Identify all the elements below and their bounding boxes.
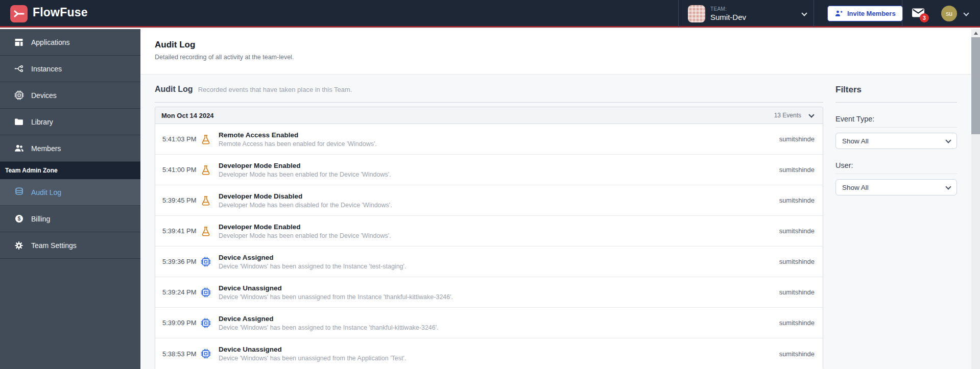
- flask-icon: [200, 164, 219, 176]
- sidebar-item-label: Instances: [31, 65, 62, 73]
- sidebar: Applications Instances Devices Library M…: [0, 29, 140, 369]
- event-title: Device Assigned: [219, 315, 779, 323]
- event-description: Device 'Windows' has been unassigned fro…: [219, 355, 779, 362]
- event-title: Developer Mode Enabled: [219, 223, 779, 231]
- audit-log-table: Mon Oct 14 2024 13 Events 5:41:03 PM Rem…: [155, 107, 823, 369]
- chevron-down-icon: [945, 184, 951, 189]
- filters-divider: [835, 102, 957, 103]
- sidebar-item-label: Devices: [31, 91, 57, 100]
- section-subtitle: Recorded events that have taken place in…: [198, 86, 352, 93]
- audit-log-page: FlowFuse TEAM: Sumit-Dev Invite Members …: [0, 0, 980, 369]
- page-title: Audit Log: [155, 40, 971, 50]
- event-title: Device Unassigned: [219, 346, 779, 353]
- chevron-down-icon: [945, 137, 951, 143]
- notification-badge: 3: [920, 13, 929, 22]
- event-description: Device 'Windows' has been assigned to th…: [219, 263, 779, 270]
- user-menu-chevron-icon[interactable]: [963, 10, 969, 16]
- scrollbar-thumb[interactable]: [971, 37, 980, 134]
- sidebar-item-instances[interactable]: Instances: [0, 56, 140, 82]
- users-icon: [13, 143, 25, 154]
- event-type-label: Event Type:: [835, 115, 957, 128]
- audit-log-row: 5:38:53 PM Device Unassigned Device 'Win…: [155, 338, 823, 369]
- applications-icon: [13, 37, 25, 48]
- flowfuse-logo[interactable]: [10, 5, 28, 22]
- event-time: 5:38:53 PM: [155, 350, 200, 358]
- top-header: FlowFuse TEAM: Sumit-Dev Invite Members …: [0, 0, 980, 28]
- sidebar-item-devices[interactable]: Devices: [0, 82, 140, 109]
- dollar-icon: [13, 213, 25, 225]
- sidebar-item-applications[interactable]: Applications: [0, 29, 140, 56]
- chip-icon: [200, 256, 219, 267]
- user-selected-value: Show All: [842, 184, 946, 191]
- invite-members-button[interactable]: Invite Members: [827, 6, 903, 21]
- date-group-header[interactable]: Mon Oct 14 2024 13 Events: [155, 107, 823, 124]
- sidebar-item-library[interactable]: Library: [0, 109, 140, 135]
- brand-name[interactable]: FlowFuse: [33, 6, 88, 19]
- event-description: Remote Access has been enabled for devic…: [219, 140, 779, 147]
- event-time: 5:39:36 PM: [155, 258, 200, 265]
- event-user: sumitshinde: [779, 319, 823, 327]
- event-description: Device 'Windows' has been unassigned fro…: [219, 293, 779, 301]
- flowfuse-logo-icon: [12, 7, 26, 20]
- team-avatar: [688, 5, 705, 22]
- header-divider: [814, 0, 814, 28]
- sidebar-item-label: Audit Log: [31, 188, 61, 196]
- event-time: 5:39:45 PM: [155, 196, 200, 204]
- gear-icon: [13, 240, 25, 251]
- sidebar-item-billing[interactable]: Billing: [0, 206, 140, 232]
- sidebar-item-label: Members: [31, 144, 61, 153]
- chip-icon: [200, 348, 219, 359]
- user-filter-label: User:: [835, 161, 957, 174]
- user-select[interactable]: Show All: [835, 179, 957, 195]
- events-count: 13 Events: [774, 112, 801, 119]
- section-divider: [155, 102, 823, 103]
- date-group-label: Mon Oct 14 2024: [161, 112, 774, 119]
- database-icon: [13, 187, 25, 198]
- chip-icon: [200, 317, 219, 329]
- flask-icon: [200, 226, 219, 237]
- sidebar-item-label: Applications: [31, 38, 70, 46]
- event-user: sumitshinde: [779, 135, 823, 143]
- chip-icon: [200, 287, 219, 298]
- scroll-up-button[interactable]: [971, 29, 980, 37]
- event-user: sumitshinde: [779, 196, 823, 204]
- event-user: sumitshinde: [779, 227, 823, 235]
- section-title: Audit Log: [155, 85, 193, 94]
- flask-icon: [200, 134, 219, 145]
- sidebar-item-team-settings[interactable]: Team Settings: [0, 232, 140, 259]
- person-plus-icon: [834, 9, 843, 18]
- event-description: Developer Mode has been enabled for the …: [219, 232, 779, 239]
- event-title: Device Assigned: [219, 254, 779, 261]
- event-time: 5:39:24 PM: [155, 288, 200, 296]
- audit-log-row: 5:39:24 PM Device Unassigned Device 'Win…: [155, 277, 823, 308]
- event-user: sumitshinde: [779, 288, 823, 296]
- sidebar-item-audit-log[interactable]: Audit Log: [0, 179, 140, 206]
- sidebar-item-label: Billing: [31, 215, 50, 223]
- scrollbar-track[interactable]: [971, 29, 980, 369]
- audit-log-row: 5:39:09 PM Device Assigned Device 'Windo…: [155, 308, 823, 338]
- event-time: 5:39:41 PM: [155, 227, 200, 235]
- event-type-select[interactable]: Show All: [835, 133, 957, 149]
- notifications-button[interactable]: 3: [912, 8, 927, 21]
- audit-log-row: 5:39:45 PM Developer Mode Disabled Devel…: [155, 185, 823, 216]
- audit-log-row: 5:39:41 PM Developer Mode Enabled Develo…: [155, 216, 823, 247]
- audit-log-row: 5:39:36 PM Device Assigned Device 'Windo…: [155, 247, 823, 277]
- event-user: sumitshinde: [779, 350, 823, 358]
- folder-icon: [13, 116, 25, 128]
- audit-log-row: 5:41:00 PM Developer Mode Enabled Develo…: [155, 155, 823, 185]
- instances-icon: [13, 63, 25, 75]
- event-description: Developer Mode has been disabled for the…: [219, 202, 779, 209]
- event-title: Developer Mode Enabled: [219, 162, 779, 169]
- invite-members-label: Invite Members: [847, 10, 896, 17]
- team-selector[interactable]: TEAM: Sumit-Dev: [684, 0, 814, 28]
- event-description: Device 'Windows' has been assigned to th…: [219, 324, 779, 331]
- sidebar-item-members[interactable]: Members: [0, 135, 140, 162]
- event-time: 5:41:00 PM: [155, 166, 200, 174]
- user-avatar[interactable]: su: [941, 6, 957, 21]
- chip-icon: [13, 90, 25, 101]
- team-name: Sumit-Dev: [710, 13, 746, 21]
- event-time: 5:39:09 PM: [155, 319, 200, 327]
- filters-title: Filters: [835, 85, 957, 95]
- event-description: Developer Mode has been enabled for the …: [219, 171, 779, 178]
- flask-icon: [200, 195, 219, 206]
